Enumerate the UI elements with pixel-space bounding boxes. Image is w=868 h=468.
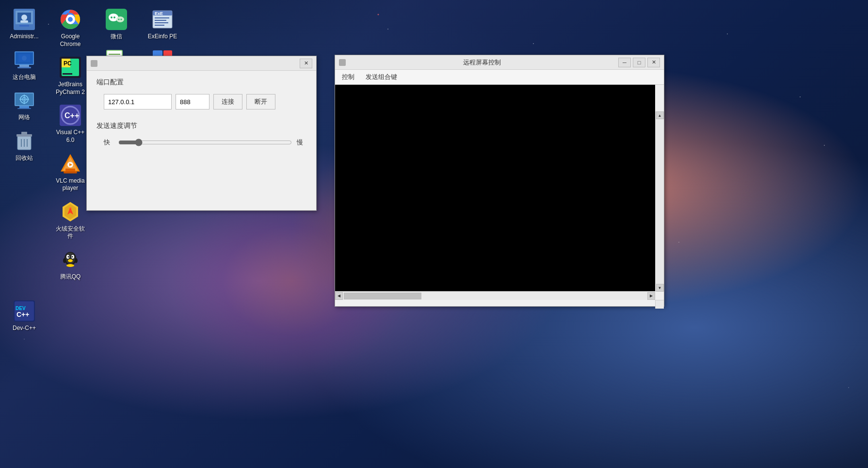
svg-point-58 — [113, 16, 115, 18]
remote-scrollbar-horizontal: ◀ ▶ — [335, 291, 655, 300]
svg-point-29 — [68, 17, 73, 22]
huorong-label: 火绒安全软件 — [53, 225, 87, 240]
remote-minimize-button[interactable]: ─ — [618, 58, 631, 67]
svg-point-49 — [72, 256, 73, 257]
devcpp-icon: DEV C++ — [13, 299, 36, 323]
desktop-icon-chrome[interactable]: GoogleChrome — [48, 4, 92, 52]
remote-title-icon-area — [339, 59, 346, 66]
svg-rect-77 — [155, 17, 169, 18]
svg-rect-18 — [19, 106, 29, 108]
recycle-bin-icon — [13, 129, 36, 153]
svg-rect-3 — [19, 25, 29, 27]
exinfo-label: ExEinfo PE — [148, 33, 177, 41]
scroll-down-button[interactable]: ▼ — [656, 284, 664, 292]
speed-slider[interactable] — [118, 138, 292, 147]
remote-window-controls: ─ □ ✕ — [618, 58, 660, 67]
desktop-icon-network[interactable]: 网络 — [2, 85, 46, 125]
svg-rect-79 — [155, 22, 168, 23]
svg-point-57 — [111, 16, 113, 18]
administrator-icon — [13, 8, 36, 31]
scrollbar-corner — [655, 300, 664, 309]
scroll-up-button[interactable]: ▲ — [656, 111, 664, 119]
speed-title: 发送速度调节 — [96, 122, 306, 130]
desktop-icon-administrator[interactable]: Administr... — [2, 4, 46, 45]
desktop-icon-recycle-bin[interactable]: 回收站 — [2, 125, 46, 166]
menu-hotkey[interactable]: 发送组合键 — [364, 72, 399, 82]
pycharm-icon: PC — [59, 56, 82, 79]
remote-maximize-button[interactable]: □ — [633, 58, 645, 67]
desktop-icon-qq[interactable]: 腾讯QQ — [48, 244, 92, 285]
scroll-right-button[interactable]: ▶ — [647, 292, 655, 300]
svg-text:PC: PC — [64, 60, 72, 67]
visual-cpp-icon: C++ — [59, 104, 82, 127]
remote-control-window: 远程屏幕控制 ─ □ ✕ 控制 发送组合键 ▲ ▼ ◀ ▶ — [335, 55, 664, 307]
chrome-label: GoogleChrome — [60, 33, 81, 48]
svg-rect-78 — [155, 20, 166, 21]
desktop-icon-this-computer[interactable]: 这台电脑 — [2, 45, 46, 85]
desktop-icon-devcpp[interactable]: DEV C++ Dev-C++ — [2, 296, 46, 336]
config-window: ✕ 端口配置 连接 断开 发送速度调节 快 慢 — [86, 56, 317, 211]
desktop-icon-visual-cpp[interactable]: C++ Visual C++6.0 — [48, 100, 92, 148]
huorong-icon — [59, 200, 82, 223]
desktop-icon-vlc[interactable]: VLC mediaplayer — [48, 148, 92, 196]
remote-screen-area: ▲ ▼ ◀ ▶ — [335, 85, 664, 309]
svg-point-4 — [21, 15, 27, 20]
svg-rect-5 — [20, 20, 28, 23]
desktop-icon-wechat[interactable]: 微信 — [95, 4, 138, 45]
this-computer-icon — [13, 48, 36, 72]
remote-menubar: 控制 发送组合键 — [335, 70, 664, 85]
config-close-button[interactable]: ✕ — [300, 59, 312, 68]
desktop-icon-exinfo[interactable]: ExE ExEinfo PE — [141, 4, 184, 45]
remote-screen[interactable] — [335, 85, 655, 300]
svg-point-56 — [116, 16, 124, 22]
wechat-label: 微信 — [111, 33, 122, 41]
administrator-label: Administr... — [10, 33, 38, 41]
svg-point-50 — [68, 259, 73, 262]
svg-point-51 — [63, 258, 66, 263]
desktop-icons-col2: GoogleChrome PC JetBrainsPyCharm 2 C++ V… — [46, 0, 92, 285]
svg-rect-19 — [17, 108, 31, 109]
svg-text:ExE: ExE — [155, 11, 163, 16]
port-input[interactable] — [176, 94, 209, 109]
speed-section: 发送速度调节 快 慢 — [96, 122, 306, 147]
svg-point-48 — [68, 256, 69, 257]
qq-icon — [59, 248, 82, 271]
scroll-thumb-horizontal[interactable] — [344, 293, 421, 299]
svg-rect-34 — [63, 73, 72, 75]
pycharm-label: JetBrainsPyCharm 2 — [56, 81, 85, 96]
svg-rect-8 — [19, 65, 29, 67]
svg-rect-22 — [21, 132, 27, 135]
svg-rect-80 — [155, 25, 164, 26]
disconnect-button[interactable]: 断开 — [246, 94, 275, 109]
port-config-row: 连接 断开 — [96, 94, 306, 109]
menu-control[interactable]: 控制 — [340, 72, 356, 82]
desktop-icon-pycharm[interactable]: PC JetBrainsPyCharm 2 — [48, 52, 92, 100]
exinfo-icon: ExE — [151, 8, 174, 31]
devcpp-label: Dev-C++ — [13, 325, 36, 332]
svg-rect-41 — [64, 172, 77, 173]
scroll-left-button[interactable]: ◀ — [335, 292, 343, 300]
config-window-controls: ✕ — [300, 59, 312, 68]
remote-titlebar: 远程屏幕控制 ─ □ ✕ — [335, 55, 664, 70]
wechat-icon — [105, 8, 128, 31]
network-icon — [13, 89, 36, 112]
svg-point-45 — [65, 252, 75, 264]
desktop-icon-huorong[interactable]: 火绒安全软件 — [48, 196, 92, 244]
remote-title-icon — [339, 59, 346, 66]
remote-close-button[interactable]: ✕ — [647, 58, 660, 67]
config-title-left — [91, 60, 97, 67]
config-title-icon — [91, 60, 97, 67]
scroll-track-vertical — [656, 119, 664, 284]
speed-fast-label: 快 — [104, 138, 113, 147]
scroll-track-horizontal — [422, 292, 647, 300]
speed-slow-label: 慢 — [297, 138, 306, 147]
qq-label: 腾讯QQ — [60, 273, 81, 281]
ip-input[interactable] — [104, 94, 172, 109]
connect-button[interactable]: 连接 — [213, 94, 242, 109]
speed-row: 快 慢 — [96, 138, 306, 147]
visual-cpp-label: Visual C++6.0 — [56, 129, 84, 144]
svg-point-52 — [75, 258, 78, 263]
recycle-bin-label: 回收站 — [16, 155, 33, 162]
svg-point-53 — [66, 264, 74, 267]
vlc-label: VLC mediaplayer — [56, 177, 84, 192]
